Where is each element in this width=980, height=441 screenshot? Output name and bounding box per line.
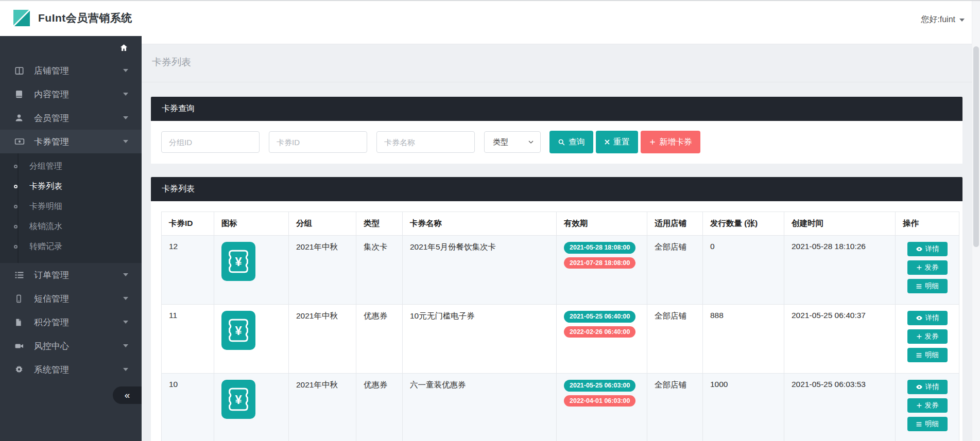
items-button[interactable]: 明细	[907, 417, 948, 431]
user-icon	[14, 113, 25, 123]
submenu-label: 转赠记录	[29, 241, 62, 252]
valid-to-badge: 2022-02-26 06:40:00	[564, 326, 635, 338]
cell-coupon-icon: ¥	[214, 305, 289, 374]
sidebar-subitem-group-manage[interactable]: 分组管理	[0, 156, 142, 177]
video-icon	[14, 341, 25, 351]
gear-icon	[14, 364, 25, 375]
cell-stores: 全部店铺	[647, 305, 703, 374]
list-icon	[916, 283, 922, 290]
plus-icon	[916, 264, 922, 271]
col-header-validity: 有效期	[557, 212, 647, 236]
sidebar-item-points[interactable]: 积分管理	[0, 310, 142, 334]
sidebar-subitem-coupon-list[interactable]: 卡券列表	[0, 177, 142, 197]
cell-validity: 2021-05-25 06:40:00 2022-02-26 06:40:00	[557, 305, 647, 374]
cell-validity: 2021-05-25 06:03:00 2022-04-01 06:03:00	[557, 374, 647, 441]
page-title: 卡券列表	[152, 57, 191, 67]
chevron-down-icon	[123, 368, 128, 371]
sidebar-item-order[interactable]: 订单管理	[0, 263, 142, 287]
scrollbar-track[interactable]	[972, 1, 980, 441]
cell-name: 10元无门槛电子券	[403, 305, 557, 374]
sidebar-collapse-button[interactable]: «	[113, 386, 142, 404]
cell-stores: 全部店铺	[647, 374, 703, 441]
svg-text:¥: ¥	[235, 324, 242, 338]
sidebar-item-store[interactable]: 店铺管理	[0, 59, 142, 82]
sidebar-item-member[interactable]: 会员管理	[0, 106, 142, 130]
app-title: FuInt会员营销系统	[38, 11, 132, 25]
cell-coupon-id: 12	[162, 236, 214, 305]
chevron-down-icon	[123, 93, 128, 96]
scrollbar-thumb[interactable]	[973, 46, 979, 247]
chevron-down-icon	[959, 19, 965, 22]
coupon-id-input[interactable]	[269, 131, 367, 153]
bullet-icon	[14, 205, 18, 208]
sidebar-subitem-confirm-log[interactable]: 核销流水	[0, 217, 142, 237]
search-icon	[558, 138, 565, 146]
sidebar-item-system[interactable]: 系统管理	[0, 358, 142, 381]
sidebar-item-sms[interactable]: 短信管理	[0, 287, 142, 310]
sidebar-item-content[interactable]: 内容管理	[0, 82, 142, 106]
col-header-created: 创建时间	[784, 212, 896, 236]
sidebar-item-label: 短信管理	[34, 293, 123, 305]
valid-to-badge: 2022-04-01 06:03:00	[564, 395, 635, 407]
sidebar-subitem-give-log[interactable]: 转赠记录	[0, 237, 142, 257]
home-icon	[119, 43, 128, 52]
cell-stores: 全部店铺	[647, 236, 703, 305]
search-button[interactable]: 查询	[549, 131, 593, 153]
eye-icon	[916, 383, 923, 391]
detail-button[interactable]: 详情	[907, 311, 948, 325]
breadcrumb: 卡券列表	[142, 44, 972, 82]
items-button[interactable]: 明细	[907, 279, 948, 293]
detail-button[interactable]: 详情	[907, 242, 948, 256]
issue-button[interactable]: 发券	[907, 329, 948, 344]
cell-created: 2021-05-28 18:10:26	[784, 236, 896, 305]
reset-button[interactable]: 重置	[596, 131, 638, 153]
cell-name: 六一童装优惠券	[403, 374, 557, 441]
svg-text:¥: ¥	[235, 255, 242, 269]
add-coupon-button[interactable]: 新增卡券	[641, 131, 700, 153]
list-card-title: 卡券列表	[162, 184, 195, 195]
coupon-name-input[interactable]	[376, 131, 475, 153]
sidebar-home-button[interactable]	[0, 36, 142, 59]
cell-group: 2021年中秋	[289, 374, 356, 441]
sidebar-item-label: 卡券管理	[34, 136, 123, 148]
issue-button[interactable]: 发券	[907, 260, 948, 275]
type-select-value: 类型	[493, 137, 508, 147]
items-button[interactable]: 明细	[907, 348, 948, 362]
cell-quantity: 0	[703, 236, 784, 305]
list-card-header: 卡券列表	[151, 177, 962, 201]
columns-icon	[14, 65, 25, 76]
chevron-down-icon	[123, 140, 128, 143]
detail-button[interactable]: 详情	[907, 380, 948, 394]
type-select[interactable]: 类型	[484, 131, 541, 153]
money-bill-icon	[14, 136, 25, 147]
sidebar-subitem-coupon-detail[interactable]: 卡券明细	[0, 197, 142, 217]
sidebar-item-coupon[interactable]: 卡券管理	[0, 130, 142, 153]
group-id-input[interactable]	[161, 131, 260, 153]
close-icon	[604, 139, 610, 145]
mobile-icon	[14, 293, 25, 304]
cell-created: 2021-05-25 06:40:37	[784, 305, 896, 374]
chevron-down-icon	[123, 344, 128, 347]
cell-type: 集次卡	[356, 236, 403, 305]
sidebar-item-label: 会员管理	[34, 112, 123, 124]
col-header-stores: 适用店铺	[647, 212, 703, 236]
brand: FuInt会员营销系统	[12, 9, 132, 27]
chevron-down-icon	[123, 116, 128, 119]
sidebar-item-label: 订单管理	[34, 269, 123, 281]
plus-icon	[916, 333, 922, 340]
valid-from-badge: 2021-05-28 18:08:00	[564, 242, 635, 254]
cell-name: 2021年5月份餐饮集次卡	[403, 236, 557, 305]
cell-type: 优惠券	[356, 305, 403, 374]
cell-created: 2021-05-25 06:03:53	[784, 374, 896, 441]
chevron-down-icon	[528, 139, 534, 145]
table-row: 11 ¥ 2021年中秋 优惠券	[162, 305, 959, 374]
cell-coupon-icon: ¥	[214, 236, 289, 305]
col-header-id: 卡券ID	[162, 212, 214, 236]
coupon-ticket-icon: ¥	[221, 380, 255, 419]
top-header-bar: FuInt会员营销系统 您好:fuint	[0, 0, 980, 44]
issue-button[interactable]: 发券	[907, 398, 948, 413]
bullet-icon	[14, 165, 18, 168]
user-menu[interactable]: 您好:fuint	[921, 14, 965, 25]
sidebar-item-risk[interactable]: 风控中心	[0, 334, 142, 358]
cell-actions: 详情 发券	[896, 374, 959, 441]
